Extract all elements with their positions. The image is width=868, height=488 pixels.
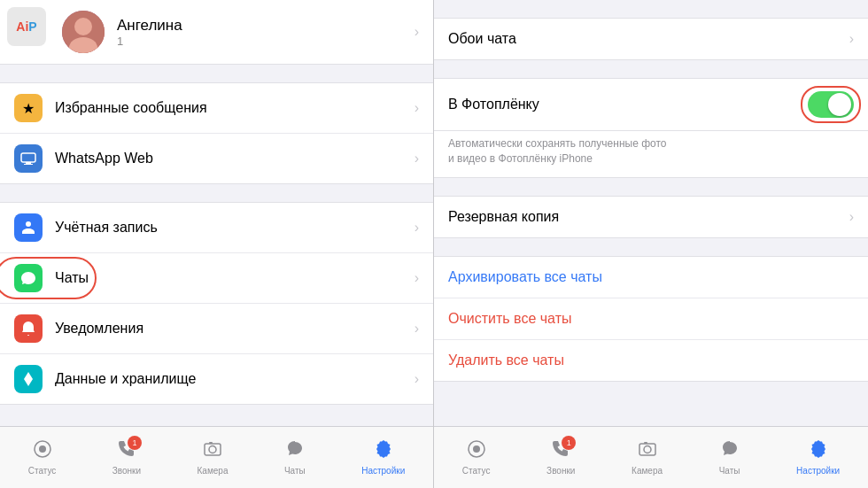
chats-nav-icon (285, 439, 305, 464)
photolibrary-group: В Фотоплёнку (434, 78, 868, 131)
settings-group-2: Учётная запись › Чаты › (0, 202, 433, 405)
right-panel: Обои чата › В Фотоплёнку Автоматичес (434, 0, 868, 488)
storage-chevron: › (415, 371, 419, 387)
wallpaper-chevron: › (849, 31, 854, 47)
photolibrary-description: Автоматически сохранять полученные фотои… (434, 131, 868, 178)
archive-all-item[interactable]: Архивировать все чаты (434, 257, 868, 298)
svg-point-12 (473, 445, 480, 453)
svg-rect-10 (209, 442, 213, 444)
avatar (62, 11, 105, 53)
right-nav-calls-label: Звонки (546, 466, 575, 476)
left-scroll-content: Ангелина 1 › ★ Избранные сообщения › (0, 0, 433, 488)
aip-logo: AiP (7, 7, 46, 46)
svg-rect-15 (644, 442, 647, 444)
profile-chevron: › (415, 24, 419, 40)
right-nav-status[interactable]: Статус (462, 439, 491, 476)
calls-icon-container: 1 (117, 439, 136, 464)
left-nav-status-label: Статус (28, 466, 57, 476)
account-label: Учётная запись (55, 220, 415, 236)
right-status-icon (467, 439, 486, 464)
backup-label: Резервная копия (448, 209, 849, 225)
whatsapp-web-label: WhatsApp Web (55, 151, 415, 167)
right-calls-badge: 1 (562, 436, 576, 450)
backup-item[interactable]: Резервная копия › (434, 197, 868, 237)
right-bottom-nav: Статус 1 Звонки Камера (434, 426, 868, 488)
backup-group: Резервная копия › (434, 196, 868, 238)
whatsapp-web-item[interactable]: WhatsApp Web › (0, 134, 433, 183)
favorites-label: Избранные сообщения (55, 100, 415, 116)
right-nav-settings-label: Настройки (796, 466, 840, 476)
svg-point-9 (209, 446, 216, 453)
left-nav-calls[interactable]: 1 Звонки (112, 439, 141, 476)
photolibrary-label: В Фотоплёнку (448, 97, 808, 112)
account-icon (14, 213, 43, 242)
archive-all-label: Архивировать все чаты (448, 269, 602, 284)
photolibrary-toggle[interactable] (808, 91, 854, 118)
settings-nav-icon (374, 439, 393, 464)
profile-name: Ангелина (117, 17, 415, 35)
toggle-knob (828, 93, 851, 116)
chats-item[interactable]: Чаты › (0, 253, 433, 304)
left-nav-status[interactable]: Статус (28, 439, 57, 476)
storage-label: Данные и хранилище (55, 371, 415, 387)
left-nav-chats[interactable]: Чаты (284, 439, 306, 476)
right-nav-status-label: Статус (462, 466, 491, 476)
svg-point-1 (74, 18, 92, 35)
svg-rect-4 (26, 162, 31, 164)
right-chats-nav-icon (720, 439, 740, 464)
left-nav-settings[interactable]: Настройки (361, 439, 405, 476)
wallpaper-item[interactable]: Обои чата › (434, 19, 868, 59)
profile-sub: 1 (117, 35, 415, 48)
svg-rect-3 (21, 153, 35, 162)
chats-icon (14, 264, 43, 292)
delete-all-label: Удалить все чаты (448, 352, 564, 368)
favorites-chevron: › (415, 100, 419, 116)
right-nav-calls[interactable]: 1 Звонки (546, 439, 575, 476)
status-icon (33, 439, 52, 464)
right-nav-camera[interactable]: Камера (632, 439, 663, 476)
svg-point-14 (644, 446, 651, 453)
left-nav-calls-label: Звонки (112, 466, 141, 476)
left-nav-settings-label: Настройки (361, 466, 405, 476)
whatsapp-web-icon (14, 144, 43, 173)
storage-item[interactable]: Данные и хранилище › (0, 354, 433, 404)
right-calls-icon-container: 1 (551, 439, 570, 464)
chats-chevron: › (415, 270, 419, 286)
right-nav-chats-label: Чаты (719, 466, 740, 476)
action-group: Архивировать все чаты Очистить все чаты … (434, 256, 868, 382)
notifications-chevron: › (415, 321, 419, 337)
backup-chevron: › (849, 209, 854, 225)
right-nav-settings[interactable]: Настройки (796, 439, 840, 476)
right-scroll-content: Обои чата › В Фотоплёнку Автоматичес (434, 0, 868, 488)
wallpaper-group: Обои чата › (434, 18, 868, 60)
account-item[interactable]: Учётная запись › (0, 203, 433, 253)
delete-all-item[interactable]: Удалить все чаты (434, 340, 868, 381)
left-nav-chats-label: Чаты (284, 466, 306, 476)
account-chevron: › (415, 220, 419, 236)
left-nav-camera[interactable]: Камера (198, 439, 229, 476)
right-nav-chats[interactable]: Чаты (719, 439, 740, 476)
clear-all-item[interactable]: Очистить все чаты (434, 298, 868, 340)
left-panel: AiP Ангелина 1 › ★ Избранные сооб (0, 0, 434, 488)
svg-rect-5 (24, 164, 33, 165)
favorites-icon: ★ (14, 94, 43, 122)
notifications-item[interactable]: Уведомления › (0, 304, 433, 354)
calls-badge: 1 (128, 436, 142, 450)
photolibrary-section: В Фотоплёнку Автоматически сохранять пол… (434, 78, 868, 178)
chats-label: Чаты (55, 270, 415, 286)
right-settings-icon (809, 439, 828, 464)
photolibrary-item[interactable]: В Фотоплёнку (434, 79, 868, 130)
settings-group-1: ★ Избранные сообщения › WhatsApp Web › (0, 82, 433, 184)
wallpaper-label: Обои чата (448, 31, 849, 47)
right-camera-icon (638, 439, 657, 464)
toggle-container (808, 91, 854, 118)
profile-info: Ангелина 1 (117, 17, 415, 48)
notifications-icon (14, 314, 43, 343)
svg-point-7 (39, 445, 46, 453)
favorites-item[interactable]: ★ Избранные сообщения › (0, 83, 433, 134)
profile-section[interactable]: Ангелина 1 › (0, 0, 433, 65)
notifications-label: Уведомления (55, 321, 415, 337)
whatsapp-web-chevron: › (415, 151, 419, 167)
left-bottom-nav: Статус 1 Звонки Камера (0, 426, 433, 488)
left-nav-camera-label: Камера (198, 466, 229, 476)
